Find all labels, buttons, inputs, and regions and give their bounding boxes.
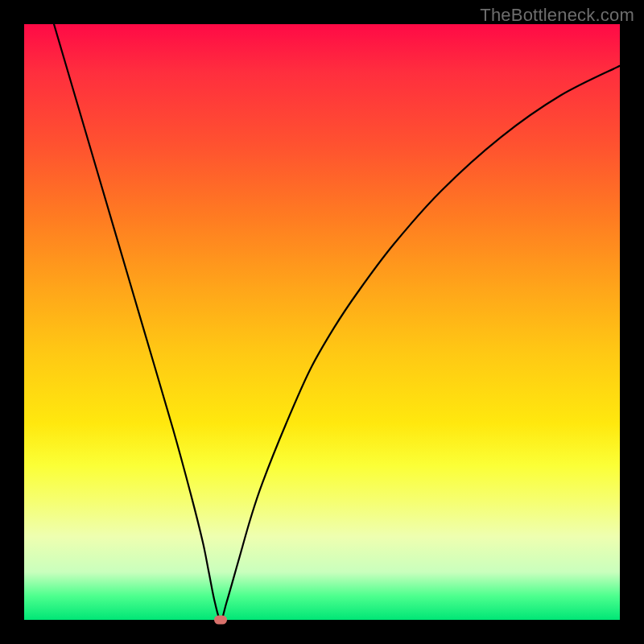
plot-area <box>24 24 620 620</box>
chart-frame: TheBottleneck.com <box>0 0 644 644</box>
watermark-text: TheBottleneck.com <box>480 5 634 26</box>
minimum-marker <box>214 616 227 625</box>
bottleneck-curve <box>54 24 620 620</box>
curve-svg <box>24 24 620 620</box>
